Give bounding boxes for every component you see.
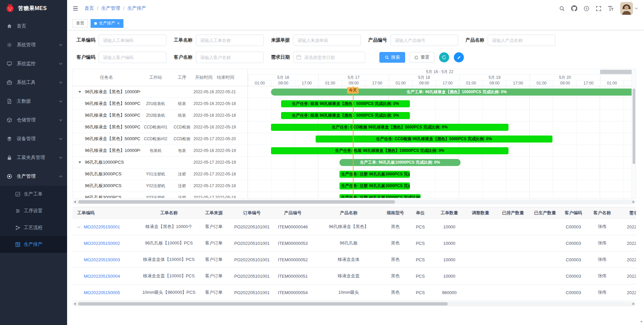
edit-round-button[interactable] (454, 52, 464, 62)
table-horizontal-scrollbar[interactable] (72, 302, 636, 306)
gantt-range-scroll-block[interactable] (600, 70, 632, 74)
breadcrumb-item[interactable]: 生产管理 (101, 5, 120, 11)
gantt-bar-work-order[interactable]: 生产工单: 96孔移液盒【黑色】10000PCS 完成比例: 0% (271, 89, 632, 96)
table-column-header[interactable]: 规格型号 (384, 207, 407, 219)
gantt-hscroll-thumb[interactable] (78, 200, 395, 204)
sidebar-item-system-monitor[interactable]: 系统监控 (0, 54, 67, 73)
gantt-row[interactable]: 96孔移液盒【黑色】5000PCSZ01组装机组装2022-05-162022-… (73, 98, 248, 110)
table-column-header[interactable]: 需求日期 (618, 207, 636, 219)
gantt-bar-task[interactable]: 生产任务: 注塑 96孔孔板3000PCS 完成比例: 0% (339, 194, 421, 198)
breadcrumb-item[interactable]: 生产排产 (127, 5, 146, 11)
scroll-right-icon[interactable] (632, 302, 635, 306)
gantt-row[interactable]: 96孔移液盒【黑色】5000PCSCCD检测#01CCD检测2022-05-16… (73, 121, 248, 133)
gantt-bar-task[interactable]: 生产任务: 注塑 96孔孔板3000PCS 完成比例: 0% (339, 182, 410, 189)
gantt-bar-task[interactable]: 生产任务: 包装 96孔移液盒【黑色】10000PCS 完成比例: 0% (271, 147, 508, 154)
workorder-link[interactable]: MO202205150004 (84, 274, 120, 279)
fullscreen-icon[interactable] (596, 6, 601, 11)
table-column-header[interactable]: 调整数量 (465, 207, 496, 219)
sidebar-toggle-icon[interactable] (72, 5, 78, 11)
table-column-header[interactable]: 客户编码 (560, 207, 586, 219)
refresh-round-button[interactable] (439, 52, 449, 62)
tab-production-scheduling[interactable]: 生产排产× (91, 19, 123, 28)
scroll-right-icon[interactable] (632, 200, 635, 204)
row-expand-icon[interactable] (77, 226, 84, 228)
gantt-bar-work-order[interactable]: 生产工单: 96孔孔板10000PCS 完成比例: 0% (339, 159, 461, 166)
reset-button[interactable]: 重置 (409, 52, 434, 63)
gantt-horizontal-scrollbar[interactable] (72, 200, 636, 204)
workorder-link[interactable]: MO202205150003 (84, 257, 120, 262)
gantt-row[interactable]: 96孔移液盒【黑色】10000PCS2022-05-162022-05-21 (73, 86, 248, 98)
customer-code-input[interactable] (99, 52, 166, 63)
table-hscroll-thumb[interactable] (78, 302, 448, 306)
gantt-bar-task[interactable]: 生产任务: 组装 96孔移液盒【黑色】5000PCS 完成比例: 0% (281, 112, 410, 119)
sidebar-item-system-management[interactable]: 系统管理 (0, 36, 67, 54)
gantt-row[interactable]: 96孔孔板3000PCSY01注塑机注塑2022-05-172022-05-18 (73, 168, 248, 180)
table-row[interactable]: MO202205150001移液盒【黑色】10000个客户订单PO2022051… (72, 219, 636, 235)
table-row[interactable]: MO20220515000510mm吸头【960000】PCS客户订单PO202… (72, 284, 636, 301)
customer-name-input[interactable] (196, 52, 264, 63)
workorder-link[interactable]: MO202205150001 (84, 224, 120, 229)
gantt-row[interactable]: 96孔移液盒【黑色】5000PCSZ02组装机组装2022-05-162022-… (73, 110, 248, 121)
table-column-header[interactable]: 工单数量 (434, 207, 465, 219)
table-column-header[interactable]: 已生产数量 (530, 207, 560, 219)
font-size-icon[interactable] (608, 5, 614, 11)
workorder-link[interactable]: MO202205150005 (84, 290, 120, 295)
gantt-row[interactable]: 96孔移液盒【黑色】10000PCS包装机包装2022-05-162022-05… (73, 145, 248, 157)
workorder-link[interactable]: MO202205150002 (84, 241, 120, 246)
tab-close-icon[interactable]: × (117, 21, 120, 25)
table-column-header[interactable]: 产品名称 (313, 207, 384, 219)
product-name-input[interactable] (488, 35, 555, 46)
page-scrollbar[interactable] (639, 17, 644, 325)
sidebar-item-master-data[interactable]: 主数据 (0, 92, 67, 111)
table-column-header[interactable]: 产品编号 (272, 207, 313, 219)
workorder-code-input[interactable] (99, 35, 166, 46)
product-code-input[interactable] (390, 35, 458, 46)
table-column-header[interactable]: 客户名称 (586, 207, 618, 219)
gantt-row[interactable]: 96孔孔板3000PCSY03注塑机注塑2022-05-172022-05-18 (73, 192, 248, 198)
table-column-header[interactable]: 工单来源 (196, 207, 231, 219)
table-column-header[interactable]: 工单名称 (142, 207, 196, 219)
breadcrumb-item[interactable]: 首页 (85, 5, 94, 11)
gantt-row[interactable]: 96孔孔板3000PCSY02注塑机注塑2022-05-172022-05-18 (73, 180, 248, 192)
workorder-name-input[interactable] (196, 35, 264, 46)
sidebar-subitem-process-settings[interactable]: 工序设置 (0, 203, 67, 219)
sidebar-item-home[interactable]: 首页 (0, 17, 67, 36)
sidebar-subitem-production-workorder[interactable]: 生产工单 (0, 186, 67, 203)
source-document-input[interactable] (293, 35, 361, 46)
gantt-row[interactable]: 96孔孔板10000PCS2022-05-172022-05-19 (73, 157, 248, 168)
sidebar-item-fixture-management[interactable]: 工装夹具管理 (0, 148, 67, 167)
table-row[interactable]: MO202205150003移液盒盒体【10000】PCS客户订单PO20220… (72, 252, 636, 268)
search-button[interactable]: 搜索 (379, 52, 405, 63)
demand-date-input[interactable] (293, 52, 365, 63)
table-column-header[interactable]: 订单编号 (231, 207, 272, 219)
search-icon[interactable] (559, 6, 565, 11)
gantt-row[interactable]: 96孔移液盒【黑色】5000PCSCCD检测#02CCD检测2022-05-17… (73, 133, 248, 145)
sidebar-subitem-process-flow[interactable]: 工艺流程 (0, 219, 67, 236)
gantt-vscroll-thumb[interactable] (633, 89, 635, 164)
table-column-header[interactable]: 已排产数量 (496, 207, 530, 219)
github-icon[interactable] (571, 5, 577, 11)
table-row[interactable]: MO20220515000296孔孔板【10000】PCS客户订单PO20220… (72, 235, 636, 252)
tab-home[interactable]: 首页 (72, 19, 88, 28)
scroll-down-icon[interactable] (640, 319, 643, 324)
table-row[interactable]: MO202205150004移液盒盒盖【10000】PCS客户订单PO20220… (72, 268, 636, 284)
scroll-left-icon[interactable] (73, 200, 76, 204)
sidebar-item-equipment-management[interactable]: 设备管理 (0, 129, 67, 148)
user-menu[interactable] (620, 2, 638, 15)
gantt-bar-task[interactable]: 生产任务: CCD检测 96孔移液盒【黑色】5000PCS 完成比例: 0% (316, 136, 552, 143)
scroll-left-icon[interactable] (73, 302, 76, 306)
table-column-header[interactable]: 单位 (407, 207, 434, 219)
sidebar-subitem-production-scheduling[interactable]: 生产排产 (0, 236, 67, 253)
sidebar-item-system-tools[interactable]: 系统工具 (0, 73, 67, 92)
gantt-bar-task[interactable]: 生产任务: 组装 96孔移液盒【黑色】5000PCS 完成比例: 0% (281, 100, 410, 107)
gantt-bar-task[interactable]: 生产任务: 注塑 96孔孔板3000PCS 完成比例: 0% (339, 171, 410, 178)
tree-expand-icon[interactable] (78, 161, 83, 164)
question-icon[interactable]: ? (584, 6, 589, 11)
table-column-header[interactable]: 工单编码 (72, 207, 142, 219)
sidebar-item-production-management[interactable]: 生产管理 (0, 167, 67, 186)
gantt-vertical-scrollbar[interactable] (632, 69, 636, 198)
avatar[interactable] (620, 2, 633, 15)
tree-expand-icon[interactable] (78, 90, 83, 94)
sidebar-item-warehouse-management[interactable]: 仓储管理 (0, 111, 67, 129)
gantt-bar-task[interactable]: 生产任务: CCD检测 96孔移液盒【黑色】5000PCS 完成比例: 0% (271, 124, 508, 131)
